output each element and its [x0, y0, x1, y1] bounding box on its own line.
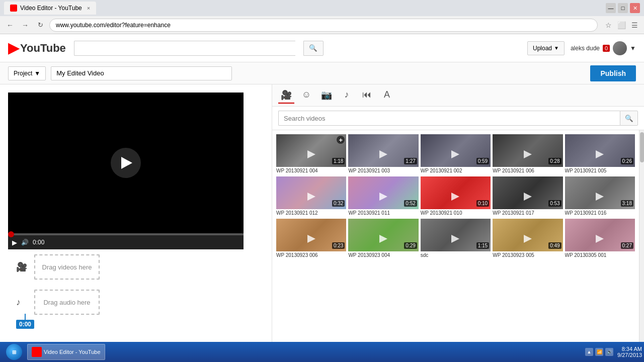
taskbar-item-youtube[interactable]: Video Editor - YouTube	[27, 344, 105, 360]
video-thumb-9[interactable]: WP 20130921 0163:18	[565, 176, 635, 217]
video-thumb-1[interactable]: WP 20130921 0031:27	[348, 134, 418, 174]
publish-button[interactable]: Publish	[590, 65, 636, 81]
thumb-overlay	[348, 134, 418, 174]
taskbar: ⊞ Video Editor - YouTube ▲ 📶 🔊 8:34 AM 9…	[0, 342, 644, 362]
thumb-overlay	[565, 176, 635, 217]
menu-button[interactable]: ☰	[629, 20, 640, 31]
media-tool-video[interactable]: 🎥	[278, 87, 294, 104]
address-bar[interactable]	[49, 19, 598, 32]
video-thumb-duration: 0:27	[621, 242, 633, 249]
audio-drop-zone[interactable]: Drag audio here	[34, 290, 100, 315]
minimize-button[interactable]: —	[606, 3, 616, 13]
search-icon: 🔍	[309, 44, 317, 52]
youtube-search-input[interactable]	[74, 41, 295, 56]
volume-button[interactable]: 🔊	[21, 239, 29, 246]
media-tool-text[interactable]: A	[379, 87, 395, 104]
maximize-button[interactable]: □	[618, 3, 628, 13]
upload-button[interactable]: Upload ▼	[527, 41, 565, 55]
video-progress-bar[interactable]	[8, 233, 244, 235]
thumb-overlay	[493, 176, 562, 217]
video-thumb-11[interactable]: WP 20130923 0040:29	[348, 219, 418, 259]
clock-time: 8:34 AM	[617, 346, 642, 352]
youtube-header-right: Upload ▼ aleks dude 0 ▼	[527, 41, 636, 55]
thumb-overlay	[493, 134, 562, 174]
youtube-search-button[interactable]: 🔍	[303, 41, 324, 56]
browser-titlebar: Video Editor - YouTube × — □ ✕	[0, 0, 644, 16]
youtube-logo-text: YouTube	[20, 42, 66, 55]
video-timeline-track: 🎥 Drag videos here	[8, 249, 264, 285]
thumb-play-icon	[379, 235, 387, 243]
video-thumb-10[interactable]: WP 20130923 0060:23	[276, 219, 346, 259]
media-panel-content: WP 20130921 0041:18+WP 20130921 0031:27W…	[272, 130, 644, 362]
video-thumb-2[interactable]: WP 20130921 0020:59	[421, 134, 491, 174]
video-thumb-5[interactable]: WP 20130921 0120:32	[276, 176, 346, 217]
back-button[interactable]: ←	[4, 19, 16, 31]
thumb-overlay	[276, 134, 346, 174]
sound-icon: 🔊	[605, 348, 613, 356]
media-search-button[interactable]: 🔍	[620, 111, 638, 126]
network-icon: 📶	[595, 348, 603, 356]
video-thumb-duration: 0:23	[332, 242, 345, 249]
thumb-play-icon	[307, 193, 315, 201]
video-controls: ▶ 🔊 0:00	[8, 235, 244, 249]
thumb-overlay	[565, 219, 635, 259]
video-thumb-0[interactable]: WP 20130921 0041:18+	[276, 134, 346, 174]
start-orb: ⊞	[6, 344, 22, 360]
start-button[interactable]: ⊞	[2, 343, 26, 361]
browser-tab[interactable]: Video Editor - YouTube ×	[4, 2, 96, 15]
media-tool-camera[interactable]: 📷	[318, 87, 335, 104]
tab-close-button[interactable]: ×	[87, 5, 90, 11]
youtube-page: ▶ YouTube 🔍 Upload ▼ aleks dude 0 ▼ Pro	[0, 34, 644, 362]
username-label: aleks dude	[571, 45, 600, 52]
video-thumb-12[interactable]: sdc1:15	[421, 219, 491, 259]
project-button[interactable]: Project ▼	[8, 66, 46, 80]
taskbar-item-label: Video Editor - YouTube	[44, 349, 101, 355]
fullscreen-button[interactable]: ⬜	[616, 20, 627, 31]
close-button[interactable]: ✕	[630, 3, 640, 13]
audio-timeline-track: ♪ Drag audio here	[8, 285, 264, 320]
audio-track-icon: ♪	[16, 297, 28, 308]
video-thumb-6[interactable]: WP 20130921 0110:52	[348, 176, 418, 217]
video-thumb-14[interactable]: WP 20130305 0010:27	[565, 219, 635, 259]
thumb-play-icon	[307, 235, 315, 243]
video-thumb-3[interactable]: WP 20130921 0060:28	[493, 134, 562, 174]
thumb-play-icon	[596, 193, 604, 201]
scrollbar-thumb[interactable]	[640, 132, 644, 162]
video-thumb-7[interactable]: WP 20130921 0100:10	[421, 176, 491, 217]
upload-dropdown-arrow: ▼	[554, 45, 559, 51]
video-thumb-duration: 1:15	[476, 242, 489, 249]
video-play-button[interactable]: ▶	[12, 239, 17, 246]
video-thumb-duration: 0:28	[548, 158, 561, 164]
thumb-overlay	[276, 176, 346, 217]
timeline-marker-area: 0:00	[8, 320, 264, 329]
thumb-play-icon	[307, 150, 315, 158]
bookmark-button[interactable]: ☆	[603, 20, 614, 31]
user-avatar[interactable]	[613, 41, 627, 55]
video-thumb-duration: 0:29	[404, 242, 417, 249]
media-tool-emoji[interactable]: ☺	[298, 87, 314, 104]
taskbar-right: ▲ 📶 🔊 8:34 AM 9/27/2013	[585, 346, 642, 358]
video-thumb-13[interactable]: WP 20130923 0050:49	[493, 219, 562, 259]
video-grid: WP 20130921 0041:18+WP 20130921 0031:27W…	[272, 130, 639, 362]
play-button[interactable]	[111, 148, 141, 178]
notification-count[interactable]: 0	[603, 45, 610, 52]
refresh-button[interactable]: ↻	[34, 19, 46, 31]
media-tool-music[interactable]: ♪	[339, 87, 355, 104]
video-thumb-duration: 1:18	[332, 158, 345, 164]
browser-toolbar: ← → ↻ ☆ ⬜ ☰	[0, 16, 644, 34]
media-search-bar: 🔍	[272, 107, 644, 130]
thumb-overlay	[493, 219, 562, 259]
media-search-input[interactable]	[278, 111, 620, 126]
project-title-input[interactable]	[51, 66, 232, 80]
tab-title: Video Editor - YouTube	[20, 5, 82, 12]
youtube-logo-icon: ▶	[8, 40, 19, 56]
account-dropdown-arrow[interactable]: ▼	[630, 45, 636, 52]
media-tool-transition[interactable]: ⏮	[359, 87, 375, 104]
video-drop-zone[interactable]: Drag videos here	[34, 254, 100, 280]
video-thumb-8[interactable]: WP 20130921 0170:53	[493, 176, 562, 217]
video-thumb-4[interactable]: WP 20130921 0050:26	[565, 134, 635, 174]
thumb-play-icon	[379, 150, 387, 158]
youtube-logo[interactable]: ▶ YouTube	[8, 40, 66, 56]
forward-button[interactable]: →	[19, 19, 31, 31]
media-scrollbar[interactable]	[639, 130, 644, 362]
